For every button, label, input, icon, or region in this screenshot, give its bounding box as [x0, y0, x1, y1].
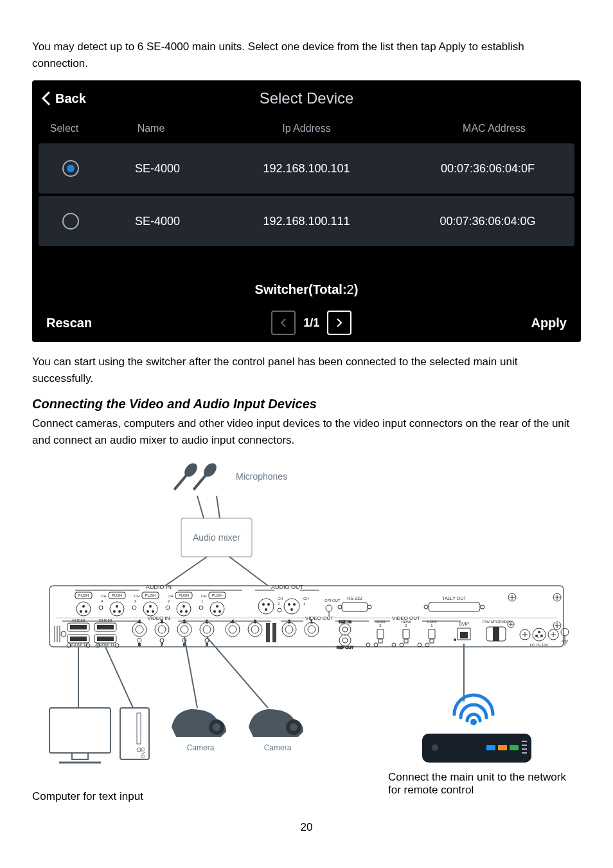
note-network: Connect the main unit to the network for… [388, 771, 581, 803]
svg-text:3: 3 [254, 619, 256, 624]
apply-button[interactable]: Apply [517, 303, 581, 342]
device-row[interactable]: SE-4000 192.168.100.101 00:07:36:06:04:0… [39, 143, 574, 194]
svg-rect-213 [498, 745, 507, 750]
panel-title: Select Device [32, 89, 581, 107]
camera-icon: Camera [172, 709, 226, 752]
connection-diagram: Microphones Audio mixer AUDIO IN AUDIO O… [32, 457, 581, 798]
device-row[interactable]: SE-4000 192.168.100.111 00:07:36:06:04:0… [39, 196, 574, 246]
svg-text:Camera: Camera [264, 743, 292, 752]
prev-page-button[interactable] [271, 311, 296, 335]
svg-text:F/W UPGRADE: F/W UPGRADE [483, 620, 510, 624]
svg-text:CH: CH [168, 594, 173, 598]
svg-point-56 [218, 610, 221, 613]
next-page-button[interactable] [327, 311, 351, 335]
svg-point-207 [290, 723, 298, 731]
svg-text:PUSH: PUSH [179, 593, 190, 597]
svg-text:CH: CH [278, 597, 283, 601]
svg-rect-126 [70, 637, 87, 641]
device-mac: 00:07:36:06:04:0G [401, 215, 574, 228]
rescan-button[interactable]: Rescan [32, 303, 106, 342]
svg-line-192 [105, 647, 133, 708]
device-name: SE-4000 [103, 162, 212, 176]
svg-text:AUDIO OUT: AUDIO OUT [271, 584, 304, 590]
svg-text:7: 7 [161, 642, 163, 647]
svg-rect-197 [72, 753, 88, 759]
svg-rect-196 [49, 708, 111, 753]
svg-point-21 [82, 605, 85, 608]
svg-point-30 [116, 605, 118, 608]
svg-text:REF OUT: REF OUT [337, 646, 354, 649]
svg-point-209 [470, 719, 477, 725]
svg-text:4/HDMI: 4/HDMI [72, 619, 85, 622]
column-headers: Select Name Ip Address MAC Address [32, 116, 581, 141]
svg-line-193 [184, 637, 197, 708]
svg-point-57 [216, 605, 218, 608]
svg-point-55 [213, 610, 216, 613]
svg-point-47 [185, 610, 188, 613]
svg-line-7 [165, 557, 207, 586]
svg-line-5 [197, 496, 204, 518]
svg-point-66 [288, 603, 290, 606]
col-mac-header: MAC Address [407, 123, 581, 134]
svg-point-46 [180, 610, 182, 613]
svg-line-8 [229, 557, 268, 586]
device-ip: 192.168.100.101 [212, 162, 401, 176]
svg-point-48 [182, 605, 185, 608]
note-computer: Computer for text input [32, 790, 143, 803]
svg-rect-214 [510, 745, 519, 750]
svg-point-165 [538, 631, 540, 633]
switcher-total: Switcher(Total:2) [32, 275, 581, 303]
svg-point-19 [80, 610, 82, 613]
svg-text:5: 5 [206, 642, 208, 647]
radio-selected-icon[interactable] [62, 160, 79, 177]
device-name: SE-4000 [103, 215, 212, 228]
panel-header: Back Select Device [32, 80, 581, 116]
svg-point-20 [85, 610, 87, 613]
svg-text:1: 1 [310, 619, 313, 624]
svg-rect-129 [97, 637, 114, 641]
col-name-header: Name [96, 123, 206, 134]
pager: 1/1 [106, 311, 517, 335]
svg-line-6 [217, 496, 220, 518]
svg-text:PUSH: PUSH [212, 593, 223, 597]
svg-text:AUDIO IN: AUDIO IN [146, 584, 172, 590]
back-label: Back [55, 91, 86, 106]
back-button[interactable]: Back [32, 91, 86, 106]
section-title: Connecting the Video and Audio Input Dev… [32, 397, 581, 411]
after-panel-text: You can start using the switcher after t… [32, 354, 581, 386]
audio-mixer-label: Audio mixer [193, 532, 240, 543]
svg-point-60 [267, 603, 270, 606]
chevron-left-icon [280, 318, 287, 328]
radio-unselected-icon[interactable] [62, 213, 79, 230]
svg-point-211 [432, 745, 438, 751]
svg-rect-99 [97, 625, 114, 629]
svg-point-39 [149, 605, 152, 608]
monitor-icon [49, 708, 111, 763]
svg-text:4: 4 [231, 619, 234, 624]
svg-point-37 [147, 610, 149, 613]
computer-icon: DVD [120, 708, 149, 759]
svg-rect-139 [272, 623, 276, 642]
svg-text:GPI OUT: GPI OUT [324, 599, 341, 602]
svg-point-59 [262, 603, 265, 606]
svg-text:PUSH: PUSH [78, 593, 89, 597]
svg-point-38 [152, 610, 154, 613]
device-ip: 192.168.100.111 [212, 215, 401, 228]
svg-text:PUSH: PUSH [112, 593, 123, 597]
svg-rect-3 [193, 474, 207, 491]
page-indicator: 1/1 [303, 316, 319, 330]
svg-text:DVD: DVD [140, 747, 146, 758]
svg-line-194 [207, 637, 268, 708]
svg-point-29 [118, 610, 121, 613]
svg-text:3/HDMI 12: 3/HDMI 12 [69, 643, 88, 647]
svg-text:1: 1 [206, 619, 208, 624]
svg-text:RS-232: RS-232 [347, 596, 362, 601]
svg-rect-212 [486, 745, 495, 750]
router-icon [422, 695, 531, 763]
svg-text:TALLY OUT: TALLY OUT [443, 596, 467, 601]
svg-point-68 [290, 608, 293, 611]
svg-text:PUSH: PUSH [145, 593, 156, 597]
svg-text:4: 4 [138, 619, 141, 624]
section-body: Connect cameras, computers and other vid… [32, 415, 581, 448]
svg-point-158 [454, 638, 456, 641]
